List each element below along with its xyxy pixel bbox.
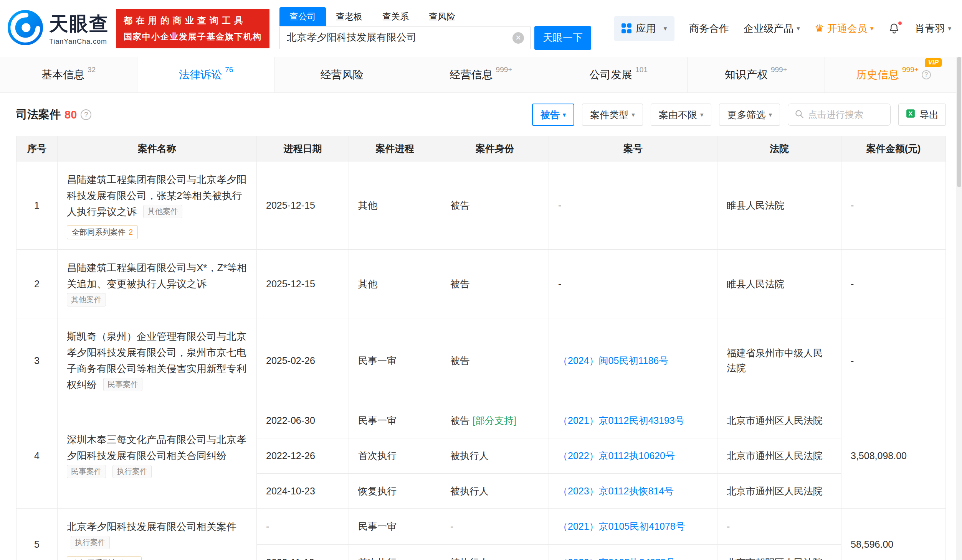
case-date: - [257, 509, 349, 545]
filter-row: 司法案件 80 ? 被告▾ 案件类型▾ 案由不限▾ 更多筛选▾ [16, 104, 946, 126]
chevron-down-icon: ▾ [870, 25, 874, 33]
case-number: - [549, 250, 717, 318]
case-tag: 其他案件 [143, 205, 182, 218]
case-court: 北京市通州区人民法院 [717, 473, 841, 509]
case-number-link[interactable]: （2021）京0112民初43193号 [558, 415, 684, 426]
chevron-down-icon: ▾ [797, 25, 800, 33]
company-search-box[interactable]: × [279, 26, 531, 49]
notification-bell-icon[interactable] [888, 22, 900, 35]
search-tab-risk[interactable]: 查风险 [419, 7, 465, 26]
vip-badge: VIP [925, 58, 942, 67]
case-court: 福建省泉州市中级人民法院 [717, 318, 841, 403]
case-stage: 恢复执行 [349, 473, 441, 509]
case-date: 2025-02-26 [257, 318, 349, 403]
table-search-input[interactable] [808, 109, 884, 120]
case-tag: 执行案件 [112, 465, 152, 478]
series-cases-button[interactable]: 全部同系列案件2 [67, 225, 138, 239]
filter-role-dropdown[interactable]: 被告▾ [532, 104, 575, 126]
help-icon[interactable]: ? [81, 109, 91, 120]
case-role: 被执行人 [441, 473, 549, 509]
apps-menu[interactable]: 应用 ▾ [614, 16, 675, 41]
nav-open-vip[interactable]: ♛ 开通会员 ▾ [815, 22, 874, 35]
export-button[interactable]: 导出 [898, 104, 946, 126]
nav-enterprise-products[interactable]: 企业级产品 ▾ [744, 22, 800, 35]
case-index: 5 [17, 509, 58, 560]
search-area: 查公司 查老板 查关系 查风险 × 天眼一下 [279, 7, 591, 50]
scrollbar-thumb[interactable] [957, 57, 961, 187]
logo-title: 天眼查 [49, 11, 109, 37]
tab-intellectual-property[interactable]: 知识产权999+ [688, 57, 825, 92]
case-court: - [717, 509, 841, 545]
search-icon [794, 109, 804, 120]
notification-dot [898, 21, 902, 26]
case-role: 被告 [441, 161, 549, 250]
main-content: 司法案件 80 ? 被告▾ 案件类型▾ 案由不限▾ 更多筛选▾ [0, 93, 962, 560]
tianyancha-logo-icon [7, 9, 44, 48]
tab-company-development[interactable]: 公司发展101 [550, 57, 688, 92]
tab-business-risk[interactable]: 经营风险 [275, 57, 412, 92]
section-count: 80 [64, 109, 77, 121]
user-name: 肖青羽 [915, 22, 945, 35]
search-tabs: 查公司 查老板 查关系 查风险 [279, 7, 591, 26]
case-tag: 民事案件 [67, 465, 106, 478]
tab-legal-litigation[interactable]: 法律诉讼76 [137, 57, 275, 92]
promo-line2: 国家中小企业发展子基金旗下机构 [124, 31, 262, 43]
clear-icon[interactable]: × [512, 32, 524, 44]
case-number-link[interactable]: （2024）闽05民初1186号 [558, 355, 668, 366]
case-tag: 执行案件 [71, 536, 110, 549]
apps-grid-icon [621, 23, 631, 33]
col-header-amount: 案件金额(元) [841, 136, 946, 161]
search-tab-company[interactable]: 查公司 [279, 7, 326, 26]
case-number-link[interactable]: （2023）京0105执34675号 [558, 557, 676, 560]
series-cases-button[interactable]: 全部同系列案件11 [67, 556, 142, 560]
case-amount: 3,508,098.00 [841, 403, 946, 509]
chevron-down-icon: ▾ [563, 111, 566, 119]
chevron-down-icon: ▾ [948, 25, 951, 33]
page-scrollbar[interactable] [956, 57, 962, 560]
case-index: 3 [17, 318, 58, 403]
logo[interactable]: 天眼查 TianYanCha.com [7, 9, 109, 48]
case-name: 北京孝夕阳科技发展有限公司相关案件 [67, 521, 236, 532]
chevron-down-icon: ▾ [664, 25, 667, 33]
table-row: 5 北京孝夕阳科技发展有限公司相关案件 执行案件 全部同系列案件11 - 民事一… [17, 509, 946, 545]
case-stage: 民事一审 [349, 509, 441, 545]
nav-business-coop[interactable]: 商务合作 [689, 22, 729, 35]
case-court: 睢县人民法院 [717, 161, 841, 250]
case-role: 被执行人 [441, 438, 549, 473]
case-amount: 58,596.00 [841, 509, 946, 560]
user-menu[interactable]: 肖青羽 ▾ [915, 22, 951, 35]
col-header-name: 案件名称 [58, 136, 257, 161]
tab-history-info[interactable]: VIP 历史信息999+ ? [825, 57, 962, 92]
search-button[interactable]: 天眼一下 [534, 26, 591, 50]
case-role: - [441, 509, 549, 545]
case-amount: - [841, 161, 946, 250]
promo-banner: 都在用的商业查询工具 国家中小企业发展子基金旗下机构 [116, 9, 269, 48]
col-header-court: 法院 [717, 136, 841, 161]
apps-label: 应用 [636, 22, 656, 35]
table-search-box[interactable] [788, 104, 891, 126]
tab-basic-info[interactable]: 基本信息32 [0, 57, 137, 92]
filter-more-dropdown[interactable]: 更多筛选▾ [719, 104, 780, 126]
table-row: 2 昌陆建筑工程集团有限公司与X*，Z*等相关追加、变更被执行人异议之诉 其他案… [17, 250, 946, 318]
case-stage: 首次执行 [349, 545, 441, 560]
chevron-down-icon: ▾ [700, 111, 704, 119]
search-tab-relation[interactable]: 查关系 [372, 7, 419, 26]
chevron-down-icon: ▾ [631, 111, 635, 119]
table-header-row: 序号 案件名称 进程日期 案件进程 案件身份 案号 法院 案件金额(元) [17, 136, 946, 161]
case-number-link[interactable]: （2023）京0112执恢814号 [558, 486, 674, 496]
logo-subtitle: TianYanCha.com [49, 38, 109, 46]
table-row: 4 深圳木奉三每文化产品有限公司与北京孝夕阳科技发展有限公司相关合同纠纷 民事案… [17, 403, 946, 438]
case-name: 深圳木奉三每文化产品有限公司与北京孝夕阳科技发展有限公司相关合同纠纷 [67, 434, 246, 461]
filter-case-type-dropdown[interactable]: 案件类型▾ [582, 104, 643, 126]
case-number-link[interactable]: （2022）京0112执10620号 [558, 450, 675, 461]
filter-cause-dropdown[interactable]: 案由不限▾ [651, 104, 712, 126]
search-tab-boss[interactable]: 查老板 [326, 7, 372, 26]
tab-business-info[interactable]: 经营信息999+ [412, 57, 550, 92]
col-header-stage: 案件进程 [349, 136, 441, 161]
case-number-link[interactable]: （2021）京0105民初41078号 [558, 521, 685, 532]
col-header-case-no: 案号 [549, 136, 717, 161]
case-court: 北京市通州区人民法院 [717, 438, 841, 473]
excel-icon [906, 109, 916, 121]
case-tag: 其他案件 [67, 293, 106, 306]
company-search-input[interactable] [287, 31, 507, 43]
